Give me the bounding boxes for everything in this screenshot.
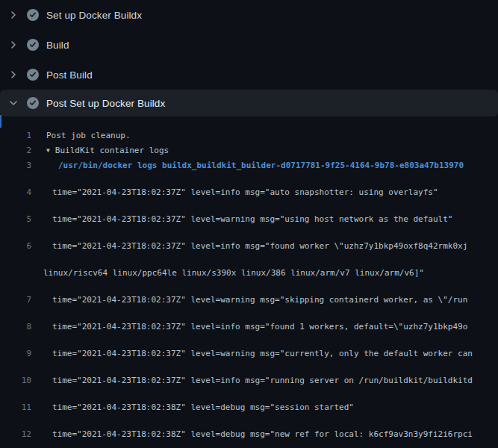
log-text: time="2021-04-23T18:02:37Z" level=info m… [31, 185, 438, 200]
check-circle-icon [27, 39, 39, 51]
check-circle-icon [27, 97, 39, 109]
log-line-number[interactable]: 6 [0, 239, 31, 254]
log-text: time="2021-04-23T18:02:37Z" level=info m… [31, 239, 467, 254]
log-row[interactable]: 9 time="2021-04-23T18:02:37Z" level=warn… [0, 346, 498, 361]
log-line-number[interactable]: 7 [0, 293, 31, 308]
log-text: Post job cleanup. [31, 128, 131, 143]
log-text: BuildKit container logs [55, 143, 169, 158]
log-row[interactable]: 7 time="2021-04-23T18:02:37Z" level=warn… [0, 293, 498, 308]
chevron-right-icon [7, 9, 19, 21]
log-line-number[interactable]: 9 [0, 346, 31, 361]
log-row[interactable]: 8 time="2021-04-23T18:02:37Z" level=info… [0, 320, 498, 335]
log-text: time="2021-04-23T18:02:37Z" level=info m… [31, 373, 473, 388]
step-label: Post Set up Docker Buildx [46, 98, 165, 109]
chevron-right-icon [7, 39, 19, 51]
log-line-number[interactable]: 3 [0, 158, 31, 173]
log-row[interactable]: 6 time="2021-04-23T18:02:37Z" level=info… [0, 239, 498, 254]
log-row[interactable]: 5 time="2021-04-23T18:02:37Z" level=warn… [0, 212, 498, 227]
log-row[interactable]: 3 /usr/bin/docker logs buildx_buildkit_b… [0, 158, 498, 173]
log-row[interactable]: 11 time="2021-04-23T18:02:38Z" level=deb… [0, 400, 498, 415]
log-text: time="2021-04-23T18:02:37Z" level=info m… [31, 320, 467, 335]
step-label: Set up Docker Buildx [46, 10, 142, 21]
step-row-set-up-docker-buildx[interactable]: Set up Docker Buildx [0, 0, 498, 30]
focus-indicator [0, 115, 1, 128]
log-line-number[interactable]: 12 [0, 427, 31, 442]
log-lines: 1 Post job cleanup. 2 ▼ BuildKit contain… [0, 128, 498, 448]
log-row[interactable]: 12 time="2021-04-23T18:02:38Z" level=deb… [0, 427, 498, 442]
log-line-number[interactable]: 5 [0, 212, 31, 227]
log-text: time="2021-04-23T18:02:37Z" level=warnin… [31, 346, 473, 361]
step-row-post-build[interactable]: Post Build [0, 60, 498, 90]
log-text: time="2021-04-23T18:02:37Z" level=warnin… [31, 212, 452, 227]
step-row-post-set-up-docker-buildx[interactable]: Post Set up Docker Buildx [0, 90, 498, 116]
log-text: time="2021-04-23T18:02:37Z" level=warnin… [31, 293, 467, 308]
log-row[interactable]: linux/riscv64 linux/ppc64le linux/s390x … [0, 266, 498, 281]
log-text: /usr/bin/docker logs buildx_buildkit_bui… [31, 158, 464, 173]
log-row[interactable]: 10 time="2021-04-23T18:02:37Z" level=inf… [0, 373, 498, 388]
log-line-number[interactable]: 1 [0, 128, 31, 143]
steps-list: Set up Docker Buildx Build [0, 0, 498, 116]
log-row[interactable]: 4 time="2021-04-23T18:02:37Z" level=info… [0, 185, 498, 200]
check-circle-icon [27, 9, 39, 21]
step-row-build[interactable]: Build [0, 30, 498, 60]
log-line-number[interactable]: 8 [0, 320, 31, 335]
workflow-log-panel: Set up Docker Buildx Build [0, 0, 498, 448]
check-circle-icon [27, 69, 39, 81]
step-label: Build [46, 40, 69, 51]
chevron-right-icon [7, 69, 19, 81]
step-label: Post Build [46, 69, 93, 81]
log-row[interactable]: 2 ▼ BuildKit container logs [0, 143, 498, 158]
log-text: time="2021-04-23T18:02:38Z" level=debug … [31, 427, 473, 442]
log-line-number[interactable]: 10 [0, 373, 31, 388]
log-text: linux/riscv64 linux/ppc64le linux/s390x … [31, 266, 424, 281]
chevron-down-icon [7, 97, 19, 109]
log-text: time="2021-04-23T18:02:38Z" level=debug … [31, 400, 354, 415]
log-line-number[interactable]: 4 [0, 185, 31, 200]
log-line-number[interactable]: 11 [0, 400, 31, 415]
group-collapse-icon[interactable]: ▼ [31, 143, 50, 158]
log-line-number[interactable]: 2 [0, 143, 31, 158]
log-row[interactable]: 1 Post job cleanup. [0, 128, 498, 143]
